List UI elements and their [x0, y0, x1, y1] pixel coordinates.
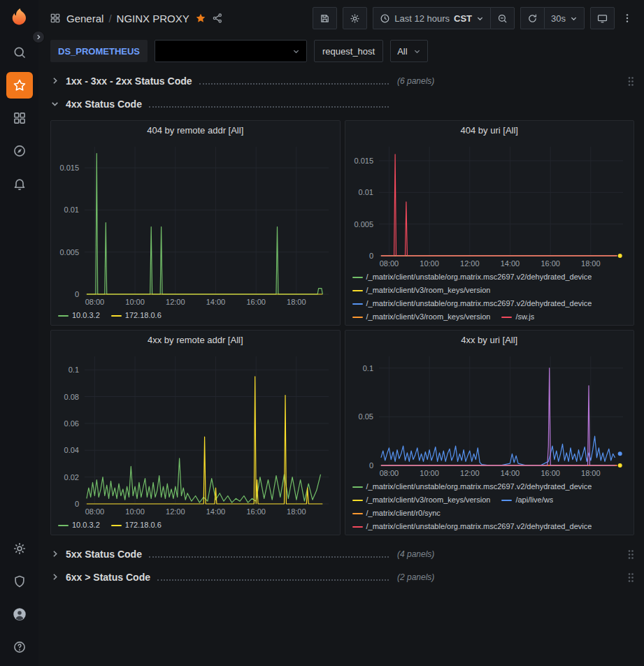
row-drag-handle[interactable]: [627, 572, 634, 584]
panel-title[interactable]: 4xx by uri [All]: [345, 331, 634, 349]
panel-404-by-uri: 404 by uri [All] 08:0010:0012:0014:0016:…: [345, 120, 635, 326]
gear-icon: [350, 13, 360, 24]
refresh-interval-label: 30s: [551, 13, 566, 24]
row-header-4xx[interactable]: 4xx Status Code: [50, 94, 634, 115]
legend-series-label: /_matrix/client/v3/room_keys/version: [366, 312, 491, 322]
series-line: [380, 154, 616, 256]
row-title: 6xx > Status Code: [66, 572, 150, 583]
refresh-interval-dropdown[interactable]: 30s: [544, 7, 585, 29]
chart-svg: 08:0010:0012:0014:0016:0018:0000.050.1: [345, 349, 634, 479]
legend-item[interactable]: /_matrix/client/v3/room_keys/version: [352, 285, 491, 296]
row-drag-handle[interactable]: [627, 75, 634, 87]
sidebar-item-explore[interactable]: [6, 138, 33, 164]
dashboard-submenu: DS_PROMETHEUS request_host All: [38, 36, 644, 67]
legend-series-label: 172.18.0.6: [125, 520, 162, 530]
chart-legend: 10.0.3.2172.18.0.6: [51, 308, 340, 325]
legend-item[interactable]: /api/live/ws: [501, 495, 553, 505]
svg-text:08:00: 08:00: [85, 298, 105, 306]
dashboard-settings-button[interactable]: [343, 7, 367, 29]
svg-text:0.08: 0.08: [64, 393, 79, 401]
dashboard-title[interactable]: NGINX PROXY: [117, 13, 189, 24]
tv-mode-button[interactable]: [590, 7, 615, 29]
svg-text:18:00: 18:00: [287, 298, 306, 306]
legend-item[interactable]: 10.0.3.2: [58, 310, 100, 321]
shield-icon: [13, 574, 27, 588]
refresh-button[interactable]: [520, 7, 544, 29]
variable-label-ds-prometheus[interactable]: DS_PROMETHEUS: [50, 40, 148, 62]
svg-text:14:00: 14:00: [206, 507, 226, 516]
sidebar: [0, 0, 38, 666]
dashboard-grid-icon: [50, 13, 61, 24]
chart-plot-area[interactable]: 08:0010:0012:0014:0016:0018:0000.020.040…: [51, 349, 340, 518]
legend-series-marker: [111, 525, 122, 526]
legend-item[interactable]: /_matrix/client/v3/room_keys/version: [352, 312, 491, 322]
dashboard-body: 1xx - 3xx - 2xx Status Code (6 panels) 4…: [38, 67, 644, 588]
clock-icon: [380, 13, 390, 24]
legend-series-marker: [501, 500, 512, 501]
svg-text:0.015: 0.015: [59, 164, 79, 172]
legend-item[interactable]: /_matrix/client/unstable/org.matrix.msc2…: [352, 482, 592, 492]
star-icon: [13, 78, 27, 92]
svg-text:08:00: 08:00: [379, 469, 399, 477]
svg-text:0.01: 0.01: [358, 188, 373, 196]
chart-plot-area[interactable]: 08:0010:0012:0014:0016:0018:0000.0050.01…: [345, 140, 634, 270]
datasource-variable-dropdown[interactable]: [155, 40, 307, 62]
row-header-6xx[interactable]: 6xx > Status Code (2 panels): [50, 567, 634, 588]
more-options-kebab[interactable]: [620, 11, 634, 25]
grafana-logo[interactable]: [9, 7, 30, 28]
legend-series-label: /_matrix/client/unstable/org.matrix.msc2…: [366, 298, 592, 309]
legend-series-marker: [352, 526, 363, 528]
help-icon: [13, 640, 27, 654]
row-drag-handle[interactable]: [627, 549, 634, 560]
legend-item[interactable]: /sw.js: [501, 312, 534, 322]
svg-text:0.005: 0.005: [59, 248, 79, 256]
sidebar-expand-button[interactable]: [32, 31, 45, 43]
svg-text:14:00: 14:00: [206, 298, 226, 306]
legend-item[interactable]: /_matrix/client/v3/room_keys/version: [352, 495, 491, 505]
legend-item[interactable]: /_matrix/client/unstable/org.matrix.msc2…: [352, 272, 592, 282]
share-icon[interactable]: [212, 13, 223, 24]
sidebar-item-dashboards[interactable]: [6, 105, 33, 131]
row-header-1xx-3xx-2xx[interactable]: 1xx - 3xx - 2xx Status Code (6 panels): [50, 71, 634, 92]
panel-title[interactable]: 404 by uri [All]: [345, 121, 634, 140]
time-range-picker[interactable]: Last 12 hours CST: [373, 7, 490, 29]
sidebar-item-search[interactable]: [6, 39, 33, 66]
sidebar-item-help[interactable]: [6, 634, 33, 660]
save-dashboard-button[interactable]: [313, 7, 337, 29]
svg-text:16:00: 16:00: [246, 298, 266, 306]
sidebar-item-configuration[interactable]: [6, 535, 33, 562]
series-point-marker: [617, 463, 622, 468]
svg-text:0.015: 0.015: [354, 157, 373, 165]
favorite-star-icon[interactable]: [195, 13, 206, 24]
row-header-5xx[interactable]: 5xx Status Code (4 panels): [50, 544, 634, 565]
legend-series-marker: [352, 513, 363, 514]
legend-series-label: /_matrix/client/unstable/org.matrix.msc2…: [366, 272, 592, 282]
series-line: [87, 154, 322, 294]
sidebar-item-alerting[interactable]: [6, 171, 33, 197]
legend-item[interactable]: /_matrix/client/unstable/org.matrix.msc2…: [352, 298, 592, 309]
sidebar-item-server-admin[interactable]: [6, 568, 33, 595]
svg-text:08:00: 08:00: [379, 259, 399, 268]
sidebar-item-starred[interactable]: [6, 72, 33, 99]
legend-item[interactable]: 172.18.0.6: [111, 310, 162, 321]
legend-item[interactable]: /_matrix/client/r0/sync: [352, 508, 441, 519]
chevron-down-icon: [476, 15, 484, 22]
zoom-out-time-button[interactable]: [490, 7, 515, 29]
svg-text:10:00: 10:00: [125, 507, 145, 516]
chart-plot-area[interactable]: 08:0010:0012:0014:0016:0018:0000.0050.01…: [51, 140, 340, 308]
bell-icon: [13, 177, 27, 191]
panel-title[interactable]: 404 by remote addr [All]: [51, 121, 340, 140]
sidebar-item-profile[interactable]: [6, 601, 33, 628]
panel-title[interactable]: 4xx by remote addr [All]: [51, 331, 340, 349]
panel-4xx-by-uri: 4xx by uri [All] 08:0010:0012:0014:0016:…: [345, 330, 635, 535]
svg-text:0.05: 0.05: [358, 412, 373, 421]
compass-icon: [13, 144, 27, 158]
legend-item[interactable]: 172.18.0.6: [111, 520, 162, 530]
legend-item[interactable]: 10.0.3.2: [58, 520, 100, 530]
chart-plot-area[interactable]: 08:0010:0012:0014:0016:0018:0000.050.1: [345, 349, 634, 479]
breadcrumb-folder[interactable]: General: [66, 13, 103, 24]
request-host-variable-dropdown[interactable]: All: [390, 40, 427, 62]
dotted-leader: [157, 579, 389, 581]
legend-item[interactable]: /_matrix/client/unstable/org.matrix.msc2…: [352, 521, 592, 532]
row-panel-count: (2 panels): [397, 572, 434, 582]
